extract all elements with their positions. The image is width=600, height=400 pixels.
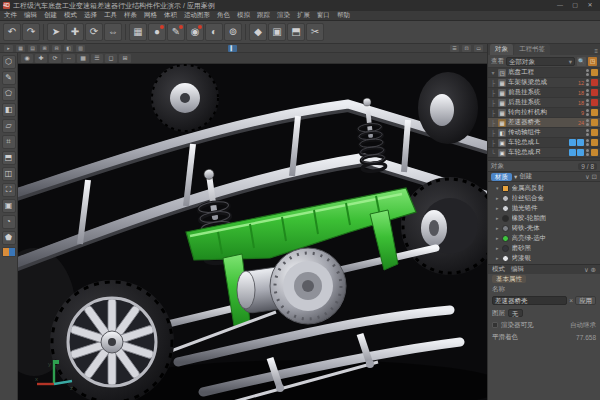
rotate-tool-icon[interactable]: ⟳ [85,23,103,41]
texture-mode-icon[interactable]: ✎ [2,71,16,85]
material-tag-icon[interactable] [591,109,598,116]
panel-menu-icon[interactable]: ≡ [594,48,598,55]
render-visible-checkbox[interactable] [492,322,498,328]
texture-tags[interactable] [569,149,584,156]
object-row[interactable]: ├ ▦ 前悬挂系统 18 [488,88,600,98]
redo-icon[interactable]: ↷ [22,23,40,41]
camera-rotate-icon[interactable]: ⟳ [49,54,61,63]
material-row[interactable]: ▸ 烤漆银 [488,253,600,263]
panel-view-icon[interactable]: ⊡ [462,45,471,52]
menu-help[interactable]: 帮助 [337,11,350,20]
material-swatch[interactable] [502,255,509,262]
visibility-dots[interactable] [586,109,589,116]
axis-lock-icon[interactable]: ⬒ [2,151,16,165]
color-swatch[interactable] [2,247,16,257]
sphere-primitive-icon[interactable]: ● [148,23,166,41]
tab-objects[interactable]: 对象 [490,44,513,55]
clear-icon[interactable]: × [569,297,573,304]
menu-render[interactable]: 渲染 [277,11,290,20]
menu-file[interactable]: 文件 [4,11,17,20]
mode-polygon-icon[interactable]: ▤ [28,45,37,52]
material-tag-icon[interactable] [591,139,598,146]
display-options-icon[interactable]: ☰ [91,54,103,63]
mode-edge-icon[interactable]: ▦ [16,45,25,52]
chevron-down-icon[interactable]: ▾ [514,173,517,181]
object-row-selected[interactable]: ├ ▦ 差速器桥壳 24 [488,118,600,128]
material-row[interactable]: ▸ 抛光铬件 [488,203,600,213]
timeline-icon[interactable]: ◔ [2,215,16,229]
list-view-icon[interactable]: ☰ [450,45,459,52]
cut-tool-icon[interactable]: ✂ [306,23,324,41]
scale-tool-icon[interactable]: ⇔ [104,23,122,41]
polygon-mode-icon[interactable]: ▱ [2,119,16,133]
snapshot-icon[interactable]: ▣ [2,199,16,213]
material-row[interactable]: ▸ 橡胶-轮胎面 [488,213,600,223]
undo-icon[interactable]: ↶ [3,23,21,41]
select-tool-icon[interactable]: ➤ [47,23,65,41]
visibility-dots[interactable] [586,79,589,86]
menu-track[interactable]: 跟踪 [257,11,270,20]
visibility-dots[interactable] [586,89,589,96]
camera-zoom-icon[interactable]: ⇔ [63,54,75,63]
menu-simulate[interactable]: 模拟 [237,11,250,20]
cube-primitive-icon[interactable]: ▦ [129,23,147,41]
material-swatch[interactable] [502,185,509,192]
active-tool-icon[interactable]: ▍ [228,45,237,52]
visibility-dots[interactable] [586,99,589,106]
layers-icon[interactable]: ⬟ [2,231,16,245]
visibility-dots[interactable] [586,69,589,76]
visibility-dots[interactable] [586,149,589,156]
phong-tag-icon[interactable] [591,89,598,96]
material-row[interactable]: ▸ 拉丝铝合金 [488,193,600,203]
material-tag-icon[interactable] [591,149,598,156]
shading-mode-icon[interactable]: ▦ [77,54,89,63]
material-swatch[interactable] [502,205,509,212]
menu-tools[interactable]: 工具 [104,11,117,20]
menu-window[interactable]: 窗口 [317,11,330,20]
minimize-button[interactable]: — [553,1,567,10]
object-row[interactable]: ├ ▦ 转向拉杆机构 9 [488,108,600,118]
search-icon[interactable]: 🔍 [577,57,586,66]
material-tag-icon[interactable] [591,119,598,126]
mode-point-icon[interactable]: ▸ [4,45,13,52]
phong-tag-icon[interactable] [591,79,598,86]
object-row-root[interactable]: ▾ ◳ 底盘工程 [488,68,600,78]
visibility-dots[interactable] [586,129,589,136]
object-row[interactable]: ├ ▣ 车轮总成.L [488,138,600,148]
material-panel-icons[interactable]: ∨ ⊡ [585,173,597,181]
material-row[interactable]: ▸ 磨砂黑 [488,243,600,253]
snap-toggle-icon[interactable]: ⊟ [52,45,61,52]
render-visibility-value[interactable]: 自动继承 [570,321,596,330]
point-mode-icon[interactable]: ⬠ [2,87,16,101]
material-swatch[interactable] [502,215,509,222]
menu-spline[interactable]: 样条 [124,11,137,20]
tab-project-bookmarks[interactable]: 工程书签 [514,44,550,55]
capture-icon[interactable]: ⛶ [2,183,16,197]
layer-dropdown[interactable]: 无 [508,309,523,317]
attr-panel-icons[interactable]: ∨ ⊕ [584,266,596,274]
material-swatch[interactable] [502,245,509,252]
menu-edit[interactable]: 编辑 [24,11,37,20]
visibility-dots[interactable] [586,139,589,146]
environment-icon[interactable]: ⊚ [224,23,242,41]
viewport-3d[interactable]: y x z [18,64,487,400]
material-swatch[interactable] [502,235,509,242]
pen-spline-icon[interactable]: ✎ [167,23,185,41]
object-row[interactable]: └ ▣ 车轮总成.R [488,148,600,158]
menu-volume[interactable]: 体积 [164,11,177,20]
menu-mograph[interactable]: 运动图形 [184,11,210,20]
basic-properties-chip[interactable]: 基本属性 [492,275,526,283]
edge-mode-icon[interactable]: ◧ [2,103,16,117]
close-button[interactable]: ✕ [583,1,597,10]
phong-tag-icon[interactable] [591,99,598,106]
object-row[interactable]: ├ ▦ 后悬挂系统 18 [488,98,600,108]
workplane-icon[interactable]: ▣ [268,23,286,41]
view-layout-icon[interactable]: ⊞ [119,54,131,63]
material-row[interactable]: ▾ 金属高反射 [488,183,600,193]
material-filter-button[interactable]: 材质 [491,173,512,181]
material-row[interactable]: ▸ 高亮绿-选中 [488,233,600,243]
snapping-icon[interactable]: ⬒ [287,23,305,41]
attr-menu-edit[interactable]: 编辑 [511,265,524,274]
tweak-mode-icon[interactable]: ⌗ [2,135,16,149]
material-row[interactable]: ▸ 铸铁-壳体 [488,223,600,233]
